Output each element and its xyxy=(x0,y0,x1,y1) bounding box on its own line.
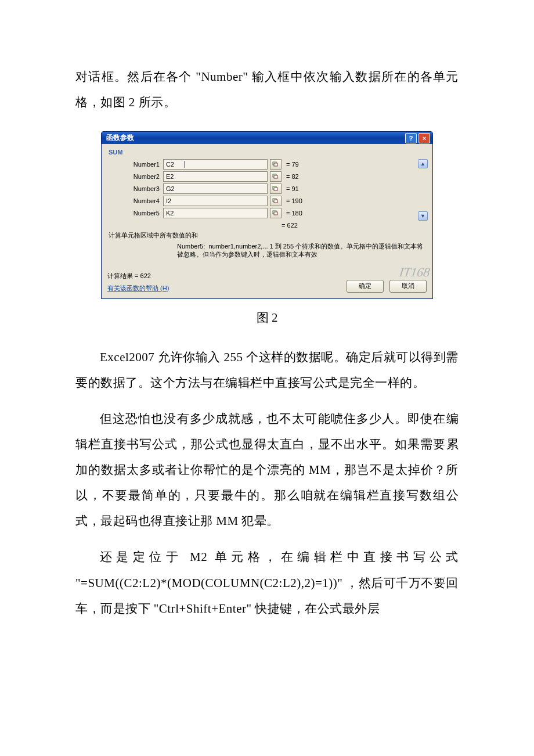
arg-row-2: Number2E2= 82 xyxy=(107,171,427,182)
arg-row-1: Number1C2= 79 xyxy=(107,159,427,170)
arg-label: Number5 xyxy=(107,210,163,217)
paragraph-1: 对话框。然后在各个 "Number" 输入框中依次输入数据所在的各单元格，如图 … xyxy=(75,64,459,115)
arg-result: = 91 xyxy=(286,185,315,192)
arg-input[interactable]: K2 xyxy=(163,208,268,218)
close-button[interactable]: × xyxy=(418,133,430,143)
watermark: IT168 xyxy=(399,265,431,280)
arg-label: Number1 xyxy=(107,161,163,168)
function-help-link[interactable]: 有关该函数的帮助 (H) xyxy=(107,284,169,293)
dialog-titlebar: 函数参数 ? × xyxy=(102,132,432,144)
svg-rect-14 xyxy=(274,212,277,215)
scroll-down-button[interactable]: ▼ xyxy=(418,211,428,221)
cancel-button[interactable]: 取消 xyxy=(389,280,427,293)
range-selector-icon[interactable] xyxy=(270,196,282,206)
scroll-up-button[interactable]: ▲ xyxy=(418,159,428,168)
arg-result: = 180 xyxy=(286,210,315,217)
paragraph-2: Excel2007 允许你输入 255 个这样的数据呢。确定后就可以得到需要的数… xyxy=(75,344,459,395)
ok-button[interactable]: 确定 xyxy=(347,280,384,293)
arg-label: Number4 xyxy=(107,197,163,204)
dialog-title: 函数参数 xyxy=(106,133,403,143)
arg-input[interactable]: G2 xyxy=(163,183,268,194)
svg-rect-8 xyxy=(274,188,277,190)
arg-result: = 82 xyxy=(286,173,315,180)
help-button[interactable]: ? xyxy=(405,133,417,143)
range-selector-icon[interactable] xyxy=(270,171,282,182)
range-selector-icon[interactable] xyxy=(270,159,282,170)
arg-input[interactable]: I2 xyxy=(163,196,268,206)
paragraph-4: 还是定位于 M2 单元格，在编辑栏中直接书写公式 "=SUM((C2:L2)*(… xyxy=(75,544,459,621)
paragraph-3: 但这恐怕也没有多少成就感，也不太可能唬住多少人。即使在编辑栏直接书写公式，那公式… xyxy=(75,406,459,534)
function-arguments-dialog: 函数参数 ? × SUM ▲ ▼ Number1C2= 79Number2E2=… xyxy=(101,131,433,299)
svg-rect-5 xyxy=(274,175,277,178)
range-selector-icon[interactable] xyxy=(270,208,282,218)
range-selector-icon[interactable] xyxy=(270,183,282,194)
arg-input[interactable]: C2 xyxy=(163,159,268,170)
arg-result: = 190 xyxy=(286,197,315,204)
function-description: 计算单元格区域中所有数值的和 xyxy=(109,231,425,240)
svg-rect-11 xyxy=(274,200,277,203)
svg-rect-2 xyxy=(274,163,277,166)
arg-label: Number3 xyxy=(107,185,163,192)
arg-row-5: Number5K2= 180 xyxy=(107,208,427,218)
calc-result: 计算结果 = 622 xyxy=(107,272,169,280)
argument-hint: Number5: number1,number2,... 1 到 255 个待求… xyxy=(177,242,425,259)
total-result: = 622 xyxy=(282,222,427,229)
arg-result: = 79 xyxy=(286,161,315,168)
arg-row-3: Number3G2= 91 xyxy=(107,183,427,194)
figure-caption: 图 2 xyxy=(75,309,459,326)
arg-input[interactable]: E2 xyxy=(163,171,268,182)
arg-label: Number2 xyxy=(107,173,163,180)
function-name: SUM xyxy=(109,149,427,156)
arg-row-4: Number4I2= 190 xyxy=(107,196,427,206)
